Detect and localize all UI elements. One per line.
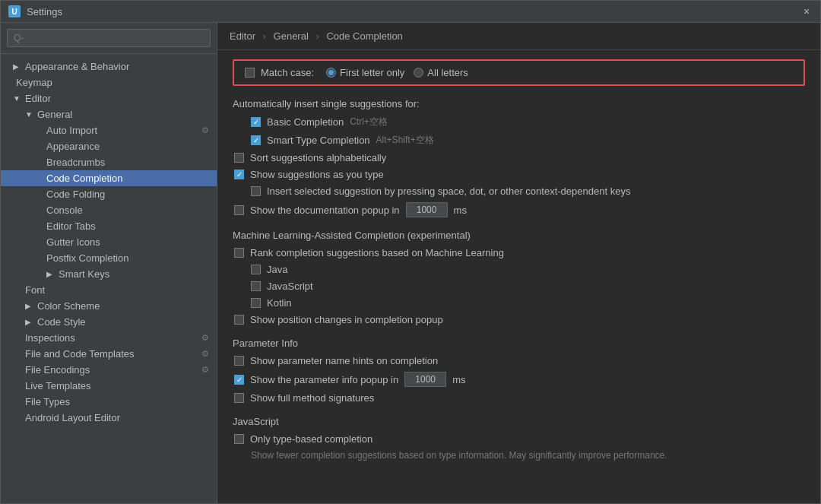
sidebar-item-label: Font xyxy=(25,284,45,296)
arrow-icon: ▶ xyxy=(25,318,34,326)
smart-type-row: Smart Type Completion Alt+Shift+空格 xyxy=(233,134,805,147)
show-as-you-type-checkbox[interactable] xyxy=(234,170,244,179)
main-panel: Editor › General › Code Completion Match… xyxy=(217,23,820,503)
sidebar-item-code-folding[interactable]: Code Folding xyxy=(1,186,217,202)
show-position-changes-checkbox[interactable] xyxy=(234,315,244,325)
arrow-icon: ▶ xyxy=(13,62,22,71)
sidebar-item-file-types[interactable]: File Types xyxy=(1,394,217,410)
sidebar: ▶ Appearance & Behavior Keymap ▼ Editor … xyxy=(1,23,217,503)
show-full-signatures-row: Show full method signatures xyxy=(233,392,805,404)
type-based-desc: Show fewer completion suggestions based … xyxy=(251,450,667,461)
sidebar-item-file-encodings[interactable]: File Encodings ⚙ xyxy=(1,362,217,378)
show-position-changes-label: Show position changes in completion popu… xyxy=(250,314,443,325)
settings-dialog: U Settings × ▶ Appearance & Behavior Key… xyxy=(0,0,821,504)
radio-first-letter[interactable]: First letter only xyxy=(326,67,404,78)
sidebar-item-label: Keymap xyxy=(16,77,52,88)
title-bar-left: U Settings xyxy=(8,5,62,17)
sidebar-item-keymap[interactable]: Keymap xyxy=(1,74,217,90)
rank-ml-label: Rank completion suggestions based on Mac… xyxy=(250,247,504,258)
sidebar-item-code-style[interactable]: ▶ Code Style xyxy=(1,314,217,330)
sidebar-item-live-templates[interactable]: Live Templates xyxy=(1,378,217,394)
java-checkbox[interactable] xyxy=(251,265,261,274)
sidebar-item-inspections[interactable]: Inspections ⚙ xyxy=(1,330,217,346)
show-param-popup-checkbox[interactable] xyxy=(234,375,244,385)
sidebar-item-code-completion[interactable]: Code Completion xyxy=(1,170,217,186)
radio-all-letters-button[interactable] xyxy=(414,68,423,78)
close-button[interactable]: × xyxy=(800,5,813,17)
sidebar-item-font[interactable]: Font xyxy=(1,282,217,298)
smart-type-label: Smart Type Completion xyxy=(267,135,370,146)
gear-icon: ⚙ xyxy=(201,333,209,343)
match-case-checkbox[interactable] xyxy=(245,68,255,78)
kotlin-checkbox[interactable] xyxy=(251,298,261,308)
doc-popup-value-input[interactable] xyxy=(406,202,448,217)
param-ms-label: ms xyxy=(452,374,465,385)
sidebar-item-label: General xyxy=(37,109,72,120)
sidebar-item-label: File Encodings xyxy=(25,364,90,376)
breadcrumb-editor: Editor xyxy=(230,30,255,42)
insert-on-space-row: Insert selected suggestion by pressing s… xyxy=(233,185,805,197)
sidebar-item-label: Appearance & Behavior xyxy=(25,61,129,72)
javascript-checkbox[interactable] xyxy=(251,281,261,291)
javascript-section-header: JavaScript xyxy=(233,416,805,427)
match-case-row: Match case: xyxy=(243,67,314,78)
javascript-row: JavaScript xyxy=(233,281,805,292)
auto-insert-header: Automatically insert single suggestions … xyxy=(233,98,805,109)
sidebar-item-editor-tabs[interactable]: Editor Tabs xyxy=(1,218,217,234)
type-based-completion-checkbox[interactable] xyxy=(234,434,244,444)
smart-type-shortcut: Alt+Shift+空格 xyxy=(376,134,434,147)
sidebar-item-label: Color Scheme xyxy=(37,300,100,312)
radio-first-letter-button[interactable] xyxy=(326,68,336,78)
basic-completion-checkbox[interactable] xyxy=(251,117,261,127)
radio-all-letters[interactable]: All letters xyxy=(414,67,468,78)
sidebar-item-postfix-completion[interactable]: Postfix Completion xyxy=(1,250,217,266)
sidebar-item-label: Gutter Icons xyxy=(46,236,100,248)
arrow-icon: ▼ xyxy=(25,110,34,119)
arrow-icon: ▶ xyxy=(46,270,55,278)
breadcrumb-sep1: › xyxy=(263,30,266,42)
sidebar-item-label: File and Code Templates xyxy=(25,348,135,360)
sidebar-item-general[interactable]: ▼ General xyxy=(1,106,217,122)
sidebar-item-android-layout-editor[interactable]: Android Layout Editor xyxy=(1,410,217,426)
sidebar-item-smart-keys[interactable]: ▶ Smart Keys xyxy=(1,266,217,282)
search-box xyxy=(1,23,217,54)
gear-icon: ⚙ xyxy=(201,365,209,375)
sidebar-item-label: Inspections xyxy=(25,332,75,344)
search-input[interactable] xyxy=(7,29,211,47)
sidebar-item-breadcrumbs[interactable]: Breadcrumbs xyxy=(1,154,217,170)
show-as-you-type-label: Show suggestions as you type xyxy=(250,169,384,180)
sidebar-item-label: Editor Tabs xyxy=(46,220,96,232)
title-bar: U Settings × xyxy=(1,1,820,23)
sidebar-item-file-code-templates[interactable]: File and Code Templates ⚙ xyxy=(1,346,217,362)
sidebar-item-color-scheme[interactable]: ▶ Color Scheme xyxy=(1,298,217,314)
rank-ml-checkbox[interactable] xyxy=(234,248,244,258)
arrow-icon: ▶ xyxy=(25,302,34,310)
show-param-popup-label: Show the parameter info popup in xyxy=(250,374,398,385)
show-param-popup-row: Show the parameter info popup in ms xyxy=(233,372,805,387)
sidebar-item-appearance[interactable]: Appearance xyxy=(1,138,217,154)
settings-content: Match case: First letter only All letter… xyxy=(217,50,820,503)
breadcrumb: Editor › General › Code Completion xyxy=(217,23,820,50)
sidebar-item-editor[interactable]: ▼ Editor xyxy=(1,90,217,106)
type-based-completion-row: Only type-based completion xyxy=(233,433,805,445)
sidebar-item-console[interactable]: Console xyxy=(1,202,217,218)
arrow-icon: ▼ xyxy=(13,94,22,103)
param-info-header: Parameter Info xyxy=(233,338,805,349)
sidebar-item-label: Live Templates xyxy=(25,380,90,391)
sidebar-item-auto-import[interactable]: Auto Import ⚙ xyxy=(1,122,217,138)
sidebar-item-appearance-behavior[interactable]: ▶ Appearance & Behavior xyxy=(1,59,217,74)
basic-completion-row: Basic Completion Ctrl+空格 xyxy=(233,116,805,128)
breadcrumb-code-completion: Code Completion xyxy=(326,30,402,42)
sort-alphabetically-checkbox[interactable] xyxy=(234,153,244,163)
show-doc-popup-checkbox[interactable] xyxy=(234,205,244,215)
sidebar-item-gutter-icons[interactable]: Gutter Icons xyxy=(1,234,217,250)
show-as-you-type-row: Show suggestions as you type xyxy=(233,169,805,180)
breadcrumb-general: General xyxy=(274,30,309,42)
breadcrumb-sep2: › xyxy=(315,30,319,42)
show-full-signatures-checkbox[interactable] xyxy=(234,393,244,403)
param-popup-value-input[interactable] xyxy=(404,372,446,387)
settings-tree: ▶ Appearance & Behavior Keymap ▼ Editor … xyxy=(1,54,217,503)
show-param-hints-checkbox[interactable] xyxy=(234,356,244,366)
insert-on-space-checkbox[interactable] xyxy=(251,186,261,196)
smart-type-checkbox[interactable] xyxy=(251,135,261,145)
